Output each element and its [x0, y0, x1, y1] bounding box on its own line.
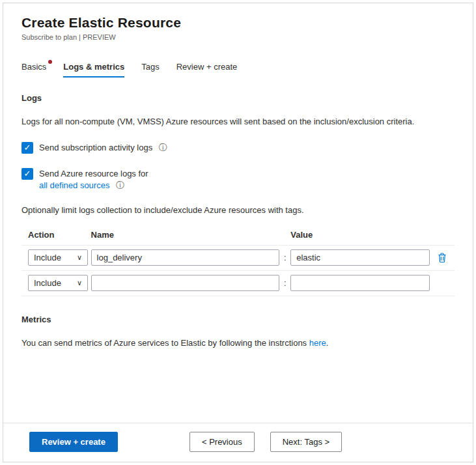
tab-tags[interactable]: Tags	[141, 62, 159, 78]
info-icon[interactable]: ⓘ	[116, 180, 124, 190]
column-header-name: Name	[91, 230, 280, 240]
table-row: Include ∨ :	[21, 271, 455, 296]
chevron-down-icon: ∨	[77, 279, 82, 287]
metrics-description-text: You can send metrics of Azure services t…	[21, 338, 309, 348]
trash-icon	[437, 252, 447, 263]
table-header-row: Action Name Value	[21, 227, 455, 246]
colon-separator: :	[279, 253, 290, 262]
name-input[interactable]	[91, 275, 280, 291]
logs-description: Logs for all non-compute (VM, VMSS) Azur…	[21, 116, 455, 128]
tags-filter-note: Optionally limit logs collection to incl…	[21, 204, 455, 216]
delete-row-button[interactable]	[436, 251, 449, 264]
metrics-section-heading: Metrics	[21, 315, 455, 324]
action-dropdown-value: Include	[34, 253, 61, 262]
tab-bar: Basics Logs & metrics Tags Review + crea…	[21, 62, 455, 78]
metrics-description-period: .	[326, 338, 329, 348]
activity-logs-label: Send subscription activity logs	[39, 143, 152, 152]
column-header-value: Value	[290, 230, 430, 240]
activity-logs-checkbox-row: ✓ Send subscription activity logs ⓘ	[21, 142, 455, 154]
chevron-down-icon: ∨	[77, 253, 82, 262]
tag-filter-table: Action Name Value Include ∨ :	[21, 227, 455, 296]
checkmark-icon: ✓	[24, 143, 31, 152]
value-input[interactable]	[290, 275, 430, 291]
tab-review-create-label: Review + create	[176, 62, 238, 72]
action-dropdown[interactable]: Include ∨	[28, 249, 88, 266]
resource-logs-label: Send Azure resource logs for	[39, 168, 148, 180]
tab-tags-label: Tags	[141, 62, 159, 72]
activity-logs-label-block: Send subscription activity logs ⓘ	[39, 142, 167, 154]
activity-logs-checkbox[interactable]: ✓	[21, 142, 33, 154]
info-icon[interactable]: ⓘ	[159, 143, 167, 152]
checkmark-icon: ✓	[24, 169, 31, 178]
logs-section-heading: Logs	[21, 93, 455, 103]
value-input[interactable]	[290, 249, 430, 266]
resource-logs-checkbox[interactable]: ✓	[21, 168, 33, 180]
tab-basics[interactable]: Basics	[21, 62, 46, 78]
next-tags-button[interactable]: Next: Tags >	[270, 432, 342, 452]
colon-separator: :	[279, 278, 290, 288]
review-create-button[interactable]: Review + create	[29, 432, 118, 452]
tab-logs-and-metrics-label: Logs & metrics	[63, 62, 124, 72]
resource-logs-checkbox-row: ✓ Send Azure resource logs for all defin…	[21, 168, 455, 191]
column-header-action: Action	[21, 230, 91, 240]
validation-error-dot	[48, 60, 52, 64]
name-input[interactable]	[91, 249, 280, 266]
action-dropdown-value: Include	[34, 278, 61, 288]
action-dropdown[interactable]: Include ∨	[28, 275, 88, 291]
footer-action-bar: Review + create < Previous Next: Tags >	[3, 423, 473, 462]
all-defined-sources-link[interactable]: all defined sources	[39, 180, 109, 190]
page-title: Create Elastic Resource	[21, 15, 455, 31]
resource-logs-label-block: Send Azure resource logs for all defined…	[39, 168, 148, 191]
page-subtitle: Subscribe to plan | PREVIEW	[21, 33, 455, 41]
tab-logs-and-metrics[interactable]: Logs & metrics	[63, 62, 124, 78]
create-elastic-resource-page: Create Elastic Resource Subscribe to pla…	[3, 3, 473, 462]
tab-basics-label: Basics	[21, 62, 46, 72]
previous-button[interactable]: < Previous	[189, 432, 255, 452]
tab-review-create[interactable]: Review + create	[176, 62, 238, 78]
metrics-here-link[interactable]: here	[309, 338, 326, 348]
metrics-description: You can send metrics of Azure services t…	[21, 337, 455, 349]
table-row: Include ∨ :	[21, 246, 455, 271]
